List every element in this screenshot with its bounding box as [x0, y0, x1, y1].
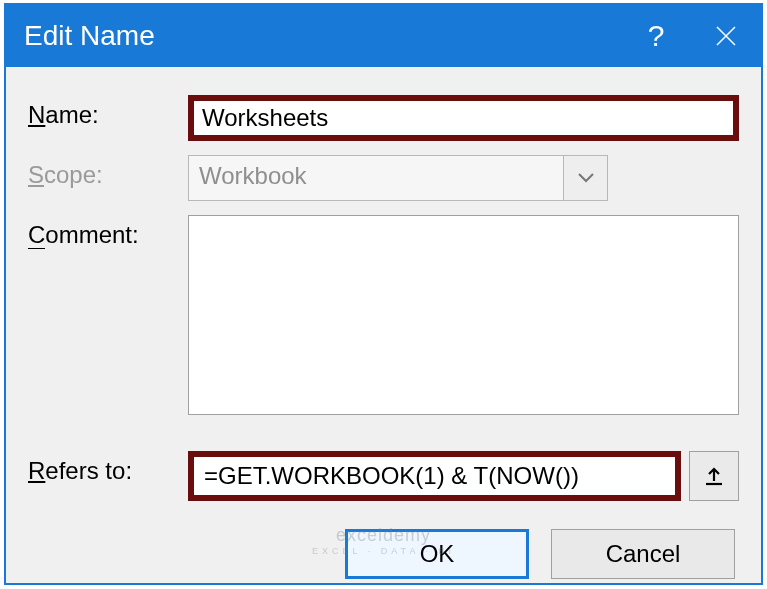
- chevron-down-icon: [578, 173, 594, 183]
- name-label: Name:: [28, 95, 188, 129]
- cancel-button[interactable]: Cancel: [551, 529, 735, 579]
- ok-label: OK: [420, 540, 455, 568]
- close-icon: [714, 24, 738, 48]
- scope-select: Workbook: [188, 155, 608, 201]
- comment-label: Comment:: [28, 215, 188, 249]
- edit-name-dialog: Edit Name ? Name: Scope: Workbook: [4, 3, 763, 585]
- scope-label: Scope:: [28, 155, 188, 189]
- collapse-dialog-button[interactable]: [689, 451, 739, 501]
- dialog-body: Name: Scope: Workbook Comment:: [6, 67, 761, 589]
- comment-row: Comment:: [28, 215, 739, 415]
- ok-button[interactable]: OK: [345, 529, 529, 579]
- name-input[interactable]: [188, 95, 739, 141]
- refers-input[interactable]: [188, 451, 681, 501]
- scope-value: Workbook: [189, 156, 563, 200]
- title-bar: Edit Name ?: [6, 5, 761, 67]
- refers-row: Refers to:: [28, 451, 739, 501]
- comment-input[interactable]: [188, 215, 739, 415]
- cancel-label: Cancel: [606, 540, 681, 568]
- close-button[interactable]: [691, 5, 761, 67]
- name-row: Name:: [28, 95, 739, 141]
- collapse-icon: [703, 465, 725, 487]
- dialog-title: Edit Name: [24, 20, 155, 52]
- help-icon: ?: [648, 19, 665, 53]
- refers-label: Refers to:: [28, 451, 188, 485]
- help-button[interactable]: ?: [621, 5, 691, 67]
- comment-text: [189, 216, 738, 415]
- scope-dropdown-button: [563, 156, 607, 200]
- scope-row: Scope: Workbook: [28, 155, 739, 201]
- button-row: OK Cancel: [28, 529, 739, 579]
